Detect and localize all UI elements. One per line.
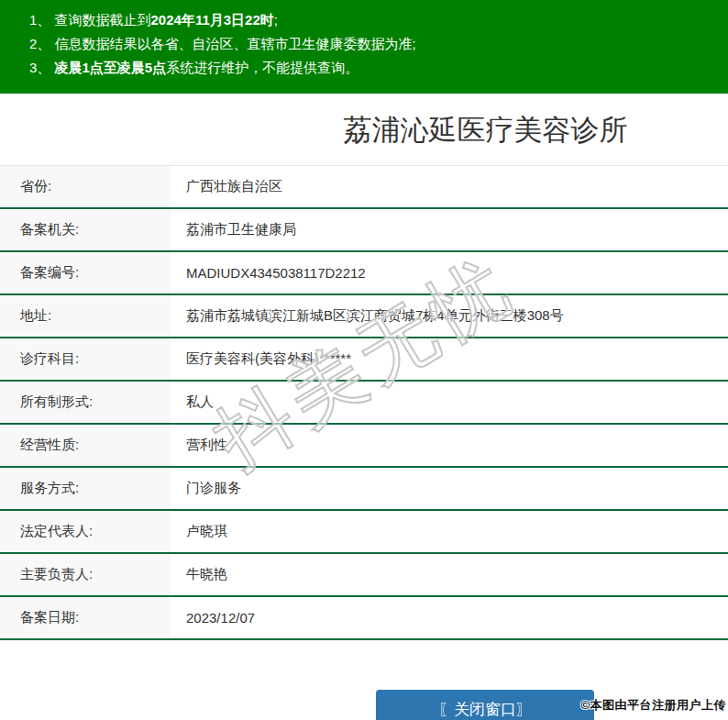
table-row: 法定代表人:卢晓琪	[0, 511, 728, 554]
close-window-button[interactable]: 〖关闭窗口〗	[376, 690, 594, 720]
notice-list: 1、 查询数据截止到2024年11月3日22时;2、 信息数据结果以各省、自治区…	[29, 8, 719, 80]
info-table: 省份:广西壮族自治区备案机关:荔浦市卫生健康局备案编号:MADIUDX43450…	[0, 165, 728, 640]
notice-line: 1、 查询数据截止到2024年11月3日22时;	[29, 8, 719, 32]
notice-text: ;	[274, 12, 278, 28]
field-label: 备案日期:	[0, 597, 171, 638]
notice-panel: 1、 查询数据截止到2024年11月3日22时;2、 信息数据结果以各省、自治区…	[0, 0, 728, 94]
field-label: 诊疗科目:	[0, 338, 171, 380]
field-label: 服务方式:	[0, 468, 171, 509]
table-row: 经营性质:营利性	[0, 425, 728, 468]
notice-text-bold: 2024年11月3日22时	[151, 12, 274, 28]
table-row: 诊疗科目:医疗美容科(美容外科)******	[0, 338, 728, 382]
table-row: 服务方式:门诊服务	[0, 468, 728, 511]
field-label: 备案编号:	[0, 252, 171, 294]
field-value: 2023/12/07	[171, 597, 255, 638]
table-row: 主要负责人:牛晓艳	[0, 554, 728, 597]
field-value: 牛晓艳	[171, 554, 227, 595]
field-value: 荔浦市荔城镇滨江新城B区滨江商贸城7栋4单元外街三楼308号	[171, 295, 564, 337]
field-label: 经营性质:	[0, 425, 171, 466]
table-row: 备案编号:MADIUDX4345038117D2212	[0, 252, 728, 295]
notice-text: 系统进行维护，不能提供查询。	[166, 60, 358, 75]
table-row: 所有制形式:私人	[0, 382, 728, 425]
notice-line: 3、 凌晨1点至凌晨5点系统进行维护，不能提供查询。	[29, 56, 719, 80]
page-title: 荔浦沁延医疗美容诊所	[0, 110, 728, 150]
field-label: 所有制形式:	[0, 382, 171, 423]
notice-text: 1、 查询数据截止到	[29, 12, 151, 28]
field-value: 卢晓琪	[171, 511, 227, 552]
field-value: 医疗美容科(美容外科)******	[171, 338, 351, 380]
field-label: 地址:	[0, 295, 171, 337]
upload-badge: ©本图由平台注册用户上传	[580, 697, 726, 714]
table-row: 地址:荔浦市荔城镇滨江新城B区滨江商贸城7栋4单元外街三楼308号	[0, 295, 728, 338]
table-row: 备案日期:2023/12/07	[0, 597, 728, 640]
field-label: 主要负责人:	[0, 554, 171, 595]
notice-line: 2、 信息数据结果以各省、自治区、直辖市卫生健康委数据为准;	[29, 32, 719, 56]
field-value: 私人	[171, 382, 214, 423]
field-label: 备案机关:	[0, 209, 171, 250]
notice-text: 2、 信息数据结果以各省、自治区、直辖市卫生健康委数据为准;	[29, 36, 416, 51]
notice-text: 3、	[29, 60, 55, 75]
notice-text-bold: 凌晨1点至凌晨5点	[55, 60, 167, 75]
table-row: 省份:广西壮族自治区	[0, 166, 728, 209]
field-label: 法定代表人:	[0, 511, 171, 552]
field-value: 营利性	[171, 425, 227, 466]
table-row: 备案机关:荔浦市卫生健康局	[0, 209, 728, 252]
field-value: MADIUDX4345038117D2212	[171, 252, 366, 294]
field-value: 广西壮族自治区	[171, 166, 282, 207]
field-value: 荔浦市卫生健康局	[171, 209, 296, 250]
field-label: 省份:	[0, 166, 171, 207]
field-value: 门诊服务	[171, 468, 241, 509]
